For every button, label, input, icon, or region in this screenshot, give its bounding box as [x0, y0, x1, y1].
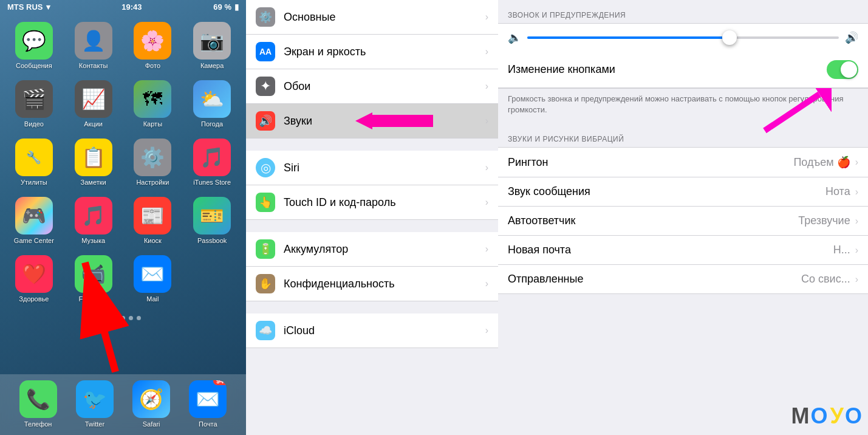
sound-list: Рингтон Подъем 🍎 › Звук сообщения Нота ›…: [498, 147, 868, 294]
dock-mail[interactable]: ✉️ 944 Почта: [189, 380, 227, 428]
app-utilities-icon: 🔧: [15, 139, 53, 176]
settings-divider-2: [246, 220, 498, 232]
app-stocks-icon: 📈: [75, 80, 112, 118]
settings-list: ⚙️ Основные › AA Экран и яркость › ✦ Обо…: [246, 0, 498, 348]
app-messages-icon: 💬: [15, 22, 53, 60]
app-video-icon: 🎬: [15, 80, 53, 118]
app-weather-icon: ⛅: [193, 80, 231, 118]
settings-item-battery[interactable]: 🔋 Аккумулятор ›: [246, 232, 498, 267]
sound-item-message[interactable]: Звук сообщения Нота ›: [498, 177, 868, 207]
app-photos-icon: 🌸: [134, 22, 171, 60]
settings-screen-chevron: ›: [485, 46, 488, 57]
dock-twitter-icon: 🐦: [76, 380, 114, 418]
volume-section: 🔈 🔊 Изменение кнопками: [498, 23, 868, 89]
dock-twitter-label: Twitter: [85, 420, 104, 428]
settings-sounds-chevron: ›: [485, 115, 488, 126]
app-passbook-label: Passbook: [197, 237, 227, 244]
volume-row: 🔈 🔊: [498, 24, 868, 52]
app-passbook[interactable]: 🎫 Passbook: [188, 197, 236, 244]
watermark-o1: О: [811, 403, 828, 429]
app-notes[interactable]: 📋 Заметки: [69, 139, 118, 186]
section-ringtone-header: ЗВОНОК И ПРЕДУПРЕЖДЕНИЯ: [498, 0, 868, 23]
pink-arrow-head: [355, 112, 372, 129]
app-messages[interactable]: 💬 Сообщения: [10, 22, 58, 69]
volume-slider-thumb[interactable]: [722, 30, 737, 45]
app-itunes[interactable]: 🎵 iTunes Store: [188, 139, 236, 186]
dock-phone[interactable]: 📞 Телефон: [19, 380, 57, 428]
status-left: MTS RUS ▾: [7, 2, 50, 12]
change-with-buttons-label: Изменение кнопками: [508, 63, 827, 76]
settings-item-wallpaper[interactable]: ✦ Обои ›: [246, 69, 498, 104]
settings-divider-1: [246, 139, 498, 151]
settings-screen-icon: AA: [256, 42, 275, 61]
iphone-home-screen: MTS RUS ▾ 19:43 69 % ▮ 💬 Сообщения 👤 Кон…: [0, 0, 246, 435]
mail-badge: 944: [213, 380, 227, 385]
app-photos[interactable]: 🌸 Фото: [129, 22, 177, 69]
dock-safari[interactable]: 🧭 Safari: [132, 380, 170, 428]
settings-item-siri[interactable]: ◎ Siri ›: [246, 151, 498, 185]
settings-osnov-icon: ⚙️: [256, 7, 275, 27]
watermark: М О У О: [791, 403, 862, 429]
newmail-value: Н...: [833, 244, 850, 256]
app-stocks[interactable]: 📈 Акции: [69, 80, 118, 128]
settings-item-privacy[interactable]: ✋ Конфиденциальность ›: [246, 267, 498, 301]
dock-mail-label: Почта: [199, 420, 217, 428]
watermark-m: М: [791, 403, 810, 429]
dock-phone-label: Телефон: [24, 420, 52, 428]
sound-item-ringtone[interactable]: Рингтон Подъем 🍎 ›: [498, 148, 868, 177]
app-maps[interactable]: 🗺 Карты: [129, 80, 177, 128]
svg-line-1: [85, 262, 115, 372]
settings-item-touchid[interactable]: 👆 Touch ID и код-пароль ›: [246, 185, 498, 220]
settings-touchid-icon: 👆: [256, 193, 275, 212]
settings-wallpaper-chevron: ›: [485, 81, 488, 92]
app-itunes-label: iTunes Store: [193, 179, 231, 186]
app-contacts[interactable]: 👤 Контакты: [69, 22, 118, 69]
settings-touchid-chevron: ›: [485, 197, 488, 208]
app-video[interactable]: 🎬 Видео: [10, 80, 58, 128]
sound-item-newmail[interactable]: Новая почта Н... ›: [498, 236, 868, 265]
app-music[interactable]: 🎵 Музыка: [69, 197, 118, 244]
app-weather[interactable]: ⛅ Погода: [188, 80, 236, 128]
app-stocks-label: Акции: [84, 120, 103, 128]
sent-value: Со свис...: [801, 273, 850, 286]
status-bar: MTS RUS ▾ 19:43 69 % ▮: [0, 0, 246, 13]
dock-safari-icon: 🧭: [132, 380, 170, 418]
watermark-y: У: [830, 403, 844, 429]
settings-item-icloud[interactable]: ☁️ iCloud ›: [246, 313, 498, 348]
app-gamecenter[interactable]: 🎮 Game Center: [10, 197, 58, 244]
settings-icloud-label: iCloud: [284, 324, 485, 337]
settings-item-sounds[interactable]: 🔊 Звуки ›: [246, 104, 498, 139]
settings-siri-label: Siri: [284, 162, 485, 174]
sound-item-answering[interactable]: Автоответчик Трезвучие ›: [498, 207, 868, 236]
settings-wallpaper-icon: ✦: [256, 77, 275, 96]
app-itunes-icon: 🎵: [193, 139, 231, 176]
svg-line-3: [765, 94, 819, 131]
settings-item-osnov[interactable]: ⚙️ Основные ›: [246, 0, 498, 35]
app-mail-home-label: Mail: [146, 295, 159, 303]
app-video-label: Видео: [24, 120, 44, 128]
volume-low-icon: 🔈: [508, 31, 521, 44]
app-camera[interactable]: 📷 Камера: [188, 22, 236, 69]
app-utilities[interactable]: 🔧 Утилиты: [10, 139, 58, 186]
change-with-buttons-toggle[interactable]: [827, 60, 858, 79]
watermark-o2: О: [845, 403, 862, 429]
answering-chevron: ›: [855, 216, 858, 227]
app-settings-icon: ⚙️: [134, 139, 171, 176]
sent-chevron: ›: [855, 274, 858, 285]
app-kiosk-label: Киоск: [144, 237, 162, 244]
pink-arrow-body: [372, 115, 433, 127]
settings-battery-icon: 🔋: [256, 239, 275, 259]
volume-slider-fill: [527, 36, 730, 39]
app-kiosk[interactable]: 📰 Киоск: [129, 197, 177, 244]
ringtone-value: Подъем 🍎: [793, 156, 850, 169]
app-settings[interactable]: ⚙️ Настройки: [129, 139, 177, 186]
dock-mail-icon: ✉️ 944: [189, 380, 227, 418]
sound-item-sent[interactable]: Отправленные Со свис... ›: [498, 265, 868, 293]
settings-item-screen[interactable]: AA Экран и яркость ›: [246, 35, 498, 69]
dock-safari-label: Safari: [143, 420, 160, 428]
settings-osnov-chevron: ›: [485, 12, 488, 22]
settings-sounds-icon: 🔊: [256, 111, 275, 131]
change-with-buttons-row: Изменение кнопками: [498, 52, 868, 88]
dock-twitter[interactable]: 🐦 Twitter: [76, 380, 114, 428]
volume-slider-track[interactable]: [527, 36, 839, 39]
